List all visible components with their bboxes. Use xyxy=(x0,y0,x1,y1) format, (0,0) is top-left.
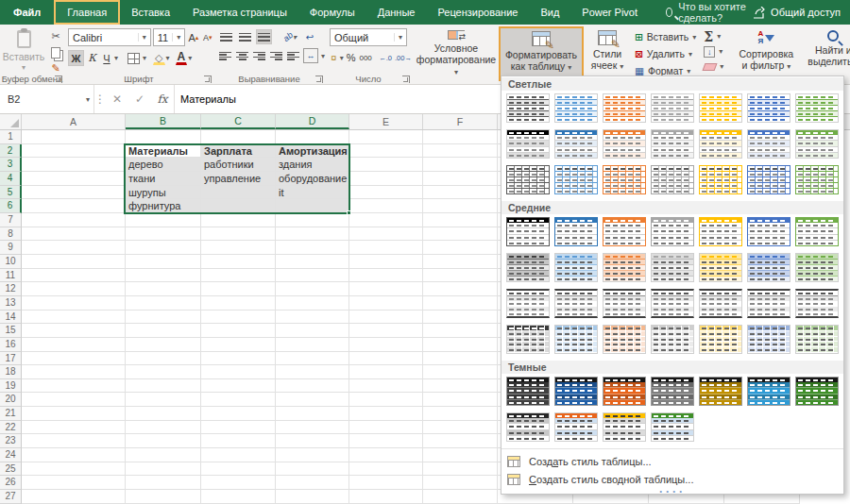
cell-E20[interactable] xyxy=(349,393,423,407)
cell-C9[interactable] xyxy=(201,241,276,255)
align-center-button[interactable] xyxy=(235,48,249,63)
row-header-14[interactable]: 14 xyxy=(0,311,22,325)
italic-button[interactable]: К xyxy=(85,50,99,66)
bold-button[interactable]: Ж xyxy=(68,50,84,66)
cell-E14[interactable] xyxy=(349,311,423,325)
row-header-9[interactable]: 9 xyxy=(0,241,22,255)
column-header-A[interactable]: A xyxy=(22,114,126,129)
table-style-swatch[interactable] xyxy=(603,377,646,406)
cell-D26[interactable] xyxy=(276,476,349,490)
table-style-swatch[interactable] xyxy=(651,129,694,159)
row-header-2[interactable]: 2 xyxy=(0,144,22,159)
table-style-swatch[interactable] xyxy=(651,165,694,194)
format-as-table-button[interactable]: Форматировать как таблицу ▾ xyxy=(499,26,584,81)
row-header-20[interactable]: 20 xyxy=(0,393,22,407)
cell-B22[interactable] xyxy=(126,421,201,435)
row-header-19[interactable]: 19 xyxy=(0,379,22,394)
cell-D10[interactable] xyxy=(276,255,349,269)
cell-F6[interactable] xyxy=(423,199,498,213)
cell-F23[interactable] xyxy=(423,434,498,448)
cell-C11[interactable] xyxy=(201,269,276,283)
row-header-17[interactable]: 17 xyxy=(0,352,22,366)
cell-E21[interactable] xyxy=(349,407,423,421)
cell-E2[interactable] xyxy=(349,144,423,159)
cell-D7[interactable] xyxy=(276,213,349,227)
cell-F26[interactable] xyxy=(423,476,498,490)
cell-C24[interactable] xyxy=(201,448,276,462)
copy-button[interactable] xyxy=(47,45,64,59)
cell-A2[interactable] xyxy=(22,144,126,159)
cell-B5[interactable]: шурупы xyxy=(126,186,201,200)
cell-B6[interactable]: фурнитура xyxy=(126,199,201,213)
table-style-swatch[interactable] xyxy=(603,129,646,159)
cell-A18[interactable] xyxy=(22,365,126,379)
row-header-18[interactable]: 18 xyxy=(0,365,22,379)
cell-F9[interactable] xyxy=(423,241,498,255)
orientation-button[interactable]: ab▾ xyxy=(281,29,298,44)
table-style-swatch[interactable] xyxy=(554,165,598,194)
number-dialog-launcher[interactable] xyxy=(402,76,410,83)
cell-B1[interactable] xyxy=(126,130,201,144)
decrease-decimal-button[interactable]: .00→ xyxy=(395,50,412,65)
cell-B16[interactable] xyxy=(126,338,201,352)
cell-F25[interactable] xyxy=(423,462,498,477)
cell-E15[interactable] xyxy=(349,324,423,338)
cell-D4[interactable]: оборудование xyxy=(276,172,349,186)
cell-F16[interactable] xyxy=(423,338,498,352)
cell-D11[interactable] xyxy=(276,269,349,283)
cell-B26[interactable] xyxy=(126,476,201,490)
table-style-swatch[interactable] xyxy=(506,129,550,159)
row-header-10[interactable]: 10 xyxy=(0,255,22,269)
tab-Рецензирование[interactable]: Рецензирование xyxy=(426,0,529,25)
clear-button[interactable]: ▾ xyxy=(702,59,730,74)
cell-D6[interactable] xyxy=(276,199,349,213)
accounting-caret[interactable]: ▾ xyxy=(340,54,344,62)
tab-Формулы[interactable]: Формулы xyxy=(298,0,366,25)
cell-D18[interactable] xyxy=(276,365,349,379)
cell-F3[interactable] xyxy=(423,158,498,172)
column-header-C[interactable]: C xyxy=(201,114,276,129)
new-table-style-menu-item[interactable]: Создать стиль таблицы... xyxy=(502,452,843,470)
find-select-button[interactable]: Найти и выделить ▾ xyxy=(802,26,850,81)
cell-D8[interactable] xyxy=(276,227,349,242)
table-style-swatch[interactable] xyxy=(554,377,598,406)
cell-C19[interactable] xyxy=(201,379,276,394)
cell-F12[interactable] xyxy=(423,282,498,296)
table-style-swatch[interactable] xyxy=(651,289,694,318)
cell-B11[interactable] xyxy=(126,269,201,283)
cell-E18[interactable] xyxy=(349,365,423,379)
cell-D17[interactable] xyxy=(276,352,349,366)
align-top-button[interactable] xyxy=(218,29,234,44)
table-style-swatch[interactable] xyxy=(699,377,742,406)
cell-C21[interactable] xyxy=(201,407,276,421)
tab-Данные[interactable]: Данные xyxy=(366,0,427,25)
cell-E10[interactable] xyxy=(349,255,423,269)
cell-C3[interactable]: работники xyxy=(201,158,276,172)
cell-A21[interactable] xyxy=(22,407,126,421)
row-header-6[interactable]: 6 xyxy=(0,199,22,213)
cell-A24[interactable] xyxy=(22,448,126,462)
cell-A5[interactable] xyxy=(22,186,126,200)
row-header-22[interactable]: 22 xyxy=(0,421,22,435)
font-dialog-launcher[interactable] xyxy=(204,76,212,83)
alignment-dialog-launcher[interactable] xyxy=(315,76,323,83)
cell-A22[interactable] xyxy=(22,421,126,435)
cell-E27[interactable] xyxy=(349,490,423,504)
cell-D23[interactable] xyxy=(276,434,349,448)
cell-C2[interactable]: Зарплата xyxy=(201,144,276,159)
merge-center-button[interactable]: ↔ xyxy=(303,48,318,63)
table-style-swatch[interactable] xyxy=(651,217,694,246)
table-style-swatch[interactable] xyxy=(651,412,694,442)
row-header-12[interactable]: 12 xyxy=(0,282,22,296)
cell-D14[interactable] xyxy=(276,311,349,325)
table-style-swatch[interactable] xyxy=(699,217,742,246)
cell-F18[interactable] xyxy=(423,365,498,379)
insert-cells-button[interactable]: ⊞ Вставить ▾ xyxy=(633,28,698,45)
cell-B10[interactable] xyxy=(126,255,201,269)
cell-B3[interactable]: дерево xyxy=(126,158,201,172)
column-header-E[interactable]: E xyxy=(349,114,423,129)
table-style-swatch[interactable] xyxy=(603,165,646,194)
table-style-swatch[interactable] xyxy=(651,253,694,282)
font-color-caret[interactable]: ▾ xyxy=(188,54,192,62)
cell-C4[interactable]: управление xyxy=(201,172,276,186)
